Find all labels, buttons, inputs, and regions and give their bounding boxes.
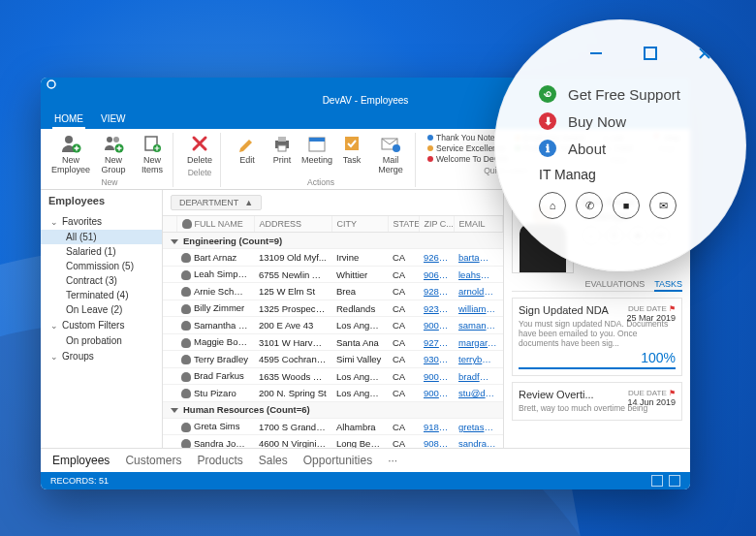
tab-tasks[interactable]: TASKS [654, 279, 682, 292]
new-employee-button[interactable]: New Employee [52, 133, 89, 175]
tree-salaried[interactable]: Salaried (1) [41, 244, 162, 259]
minimize-button[interactable] [583, 41, 609, 66]
flag-icon: ⚑ [669, 389, 676, 397]
maximize-button[interactable] [638, 41, 663, 66]
cart-icon: ⬇ [539, 112, 556, 130]
svg-point-4 [113, 137, 119, 142]
menu-support[interactable]: ꩜Get Free Support [539, 85, 746, 103]
support-icon: ꩜ [539, 85, 556, 103]
tree-favorites[interactable]: Favorites [41, 213, 162, 230]
status-bar: RECORDS: 51 [41, 472, 690, 489]
lens-role: IT Manag [494, 157, 746, 182]
printer-icon [271, 133, 293, 154]
pencil-icon [236, 133, 258, 154]
svg-point-0 [47, 80, 55, 88]
sidebar-title: Employees [41, 190, 162, 211]
col-zip[interactable]: ZIP C... [419, 216, 454, 233]
col-email[interactable]: EMAIL [454, 216, 503, 233]
edit-button[interactable]: Edit [233, 133, 262, 166]
tree-all[interactable]: All (51) [41, 230, 162, 244]
table-row[interactable]: Maggie Boxter3101 W Harvar...Santa AnaCA… [163, 333, 503, 350]
tree-probation[interactable]: On probation [41, 333, 162, 348]
flag-icon: ⚑ [669, 304, 676, 313]
table-row[interactable]: Stu Pizaro200 N. Spring StLos AngelesCA9… [163, 385, 503, 401]
record-count: RECORDS: 51 [50, 476, 109, 486]
app-icon [47, 79, 56, 89]
new-items-button[interactable]: New Items [138, 133, 167, 175]
group-plus-icon [103, 133, 124, 154]
col-name[interactable]: FULL NAME [176, 216, 254, 233]
task-card[interactable]: DUE DATE ⚑14 Jun 2019 Review Overti... B… [512, 382, 682, 420]
mail-merge-icon [380, 133, 401, 154]
new-items-icon [142, 133, 163, 154]
col-city[interactable]: CITY [331, 216, 388, 233]
nav-bar: Employees Customers Products Sales Oppor… [41, 448, 690, 472]
sort-asc-icon: ▲ [244, 198, 253, 207]
calendar-icon [306, 133, 328, 154]
lens-video-button[interactable]: ■ [613, 192, 640, 219]
table-row[interactable]: Leah Simpson6755 Newlin AveWhittierCA906… [163, 266, 503, 282]
tab-home[interactable]: HOME [52, 110, 85, 129]
task-icon [341, 133, 362, 154]
table-row[interactable]: Terry Bradley4595 Cochran StSimi ValleyC… [163, 351, 503, 367]
nav-opportunities[interactable]: Opportunities [303, 454, 372, 467]
table-row[interactable]: Greta Sims1700 S Grandvi...AlhambraCA918… [163, 418, 503, 434]
tree-commission[interactable]: Commission (5) [41, 259, 162, 273]
svg-rect-16 [645, 47, 656, 59]
table-row[interactable]: Samantha Piper200 E Ave 43Los AngelesCA9… [163, 317, 503, 333]
svg-point-1 [65, 136, 73, 143]
group-label: New [101, 177, 117, 187]
nav-sales[interactable]: Sales [259, 454, 288, 467]
magnifier-lens: ꩜Get Free Support ⬇Buy Now ℹAbout IT Man… [494, 19, 746, 271]
view-mode-1[interactable] [651, 475, 663, 487]
table-row[interactable]: Arnie Schwartz125 W Elm StBreaCA92821arn… [163, 283, 503, 300]
person-plus-icon [60, 133, 81, 154]
print-button[interactable]: Print [268, 133, 297, 166]
close-button[interactable] [692, 41, 717, 66]
svg-rect-10 [278, 145, 286, 151]
nav-customers[interactable]: Customers [125, 454, 181, 467]
person-icon [182, 219, 192, 229]
tree-contract[interactable]: Contract (3) [41, 273, 162, 288]
nav-products[interactable]: Products [197, 454, 242, 467]
col-address[interactable]: ADDRESS [254, 216, 331, 233]
mail-merge-button[interactable]: Mail Merge [372, 133, 409, 175]
svg-rect-9 [278, 137, 286, 142]
task-button[interactable]: Task [337, 133, 366, 166]
table-row[interactable]: Brad Farkus1635 Woods Dr...Los AngelesCA… [163, 367, 503, 384]
tab-evaluations[interactable]: EVALUATIONS [584, 279, 645, 289]
table-row[interactable]: Bart Arnaz13109 Old Myf...IrvineCA92602b… [163, 249, 503, 266]
tree-groups[interactable]: Groups [41, 348, 162, 364]
sidebar: Employees Favorites All (51) Salaried (1… [41, 190, 163, 448]
lens-phone-button[interactable]: ✆ [576, 192, 603, 219]
tab-view[interactable]: VIEW [99, 110, 128, 129]
svg-point-3 [107, 137, 112, 142]
task-card[interactable]: DUE DATE ⚑25 Mar 2019 Sign Updated NDA Y… [512, 298, 682, 377]
col-state[interactable]: STATE [388, 216, 419, 233]
svg-rect-12 [309, 138, 325, 142]
tree-terminated[interactable]: Terminated (4) [41, 288, 162, 302]
lens-home-button[interactable]: ⌂ [539, 192, 566, 219]
menu-about[interactable]: ℹAbout [539, 140, 746, 157]
table-row[interactable]: Sandra Johnson4600 N Virginia...Long Bea… [163, 435, 503, 448]
tree-custom[interactable]: Custom Filters [41, 317, 162, 333]
nav-more[interactable]: ··· [388, 454, 397, 467]
delete-button[interactable]: Delete [185, 133, 214, 166]
menu-buy[interactable]: ⬇Buy Now [539, 112, 746, 130]
meeting-button[interactable]: Meeting [302, 133, 331, 166]
info-icon: ℹ [539, 140, 556, 157]
new-group-button[interactable]: New Group [95, 133, 132, 175]
table-row[interactable]: Billy Zimmer1325 Prospect DrRedlandsCA92… [163, 300, 503, 316]
view-mode-2[interactable] [669, 475, 680, 487]
group-panel[interactable]: DEPARTMENT▲ [163, 190, 503, 216]
window-title: DevAV - Employees [323, 95, 409, 106]
group-row[interactable]: Engineering (Count=9) [163, 233, 503, 249]
lens-mail-button[interactable]: ✉ [649, 192, 677, 219]
delete-icon [189, 133, 210, 154]
nav-employees[interactable]: Employees [52, 454, 110, 467]
tree-onleave[interactable]: On Leave (2) [41, 302, 162, 317]
group-row[interactable]: Human Resources (Count=6) [163, 401, 503, 418]
svg-point-15 [393, 144, 400, 152]
svg-rect-13 [345, 137, 359, 150]
data-grid: DEPARTMENT▲ FULL NAME ADDRESS CITY STATE… [163, 190, 504, 448]
